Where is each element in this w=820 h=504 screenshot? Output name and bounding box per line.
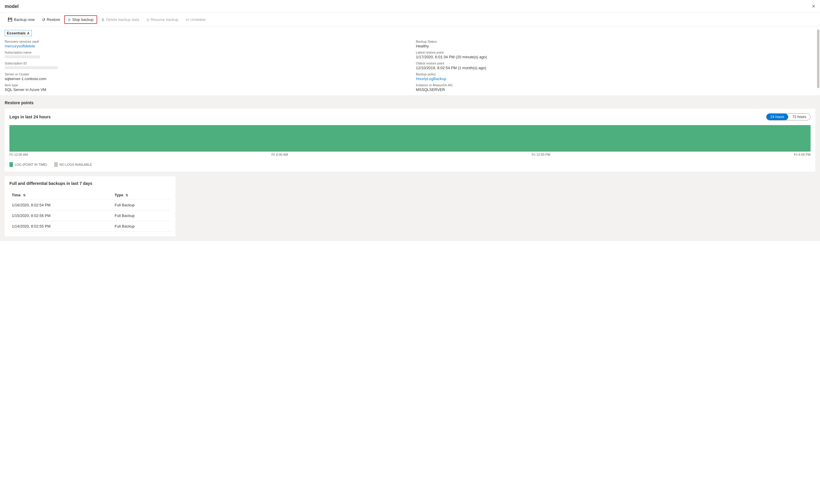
essentials-grid: Recovery services vault mercurysoftdelet… [5,40,815,92]
table-row: 1/15/2020, 8:02:56 PM Full Backup [9,210,171,221]
essentials-item: Latest restore point 1/17/2020, 6:01:34 … [416,51,816,59]
time-cell: 1/15/2020, 8:02:56 PM [9,210,112,221]
type-cell: Full Backup [112,210,171,221]
page-title: model [5,4,19,9]
legend-color-gray [54,162,58,167]
legend-color-green [9,162,13,167]
undelete-icon: 🗃 [185,18,189,22]
essentials-item: Instance or AlwaysOn AG MSSQLSERVER [416,83,816,92]
backups-table: Time ⇅ Type ⇅ 1/16/2020, 8:02:54 PM Full… [9,190,171,232]
essentials-item: Subscription ID [5,62,404,70]
subscription-name-placeholder [5,55,40,58]
72h-button[interactable]: 72 hours [788,114,810,120]
time-cell: 1/14/2020, 8:02:55 PM [9,221,112,232]
main-window: model × 💾 Backup now ↺ Restore ⊘ Stop ba… [0,0,820,504]
type-cell: Full Backup [112,221,171,232]
backup-policy-link[interactable]: HourlyLogBackup [416,77,446,81]
essentials-item: Item type SQL Server in Azure VM [5,83,404,92]
resume-backup-button[interactable]: ◎ Resume backup [143,16,181,23]
table-header-row: Time ⇅ Type ⇅ [9,190,171,200]
chart-axis: Fri 12:00 AM Fri 6:00 AM Fri 12:00 PM Fr… [9,153,811,156]
24h-button[interactable]: 24 hours [766,114,788,120]
backups-table-body: 1/16/2020, 8:02:54 PM Full Backup 1/15/2… [9,200,171,232]
essentials-item: Recovery services vault mercurysoftdelet… [5,40,404,48]
chart-card: Logs in last 24 hours 24 hours 72 hours … [5,109,815,172]
table-row: 1/16/2020, 8:02:54 PM Full Backup [9,200,171,210]
resume-icon: ◎ [146,18,149,22]
essentials-left: Recovery services vault mercurysoftdelet… [5,40,404,92]
time-column-header[interactable]: Time ⇅ [9,190,112,200]
restore-icon: ↺ [42,17,45,22]
legend-item-log: LOG (POINT IN TIME) [9,162,47,167]
title-bar: model × [0,0,820,13]
scrollbar[interactable] [817,29,819,88]
stop-icon: ⊘ [68,18,71,22]
backup-icon: 💾 [8,17,12,22]
time-cell: 1/16/2020, 8:02:54 PM [9,200,112,210]
restore-points-title: Restore points [5,100,815,105]
table-row: 1/14/2020, 8:02:55 PM Full Backup [9,221,171,232]
chart-bar [9,125,811,152]
delete-backup-data-button[interactable]: 🗑 Delete backup data [98,16,142,23]
essentials-item: Backup Status Healthy [416,40,816,48]
essentials-section: Essentials ∧ Recovery services vault mer… [0,26,820,96]
toolbar: 💾 Backup now ↺ Restore ⊘ Stop backup 🗑 D… [0,13,820,26]
essentials-item: Backup policy HourlyLogBackup [416,72,816,81]
time-toggle: 24 hours 72 hours [766,113,811,120]
backups-table-title: Full and differential backups in last 7 … [9,181,171,186]
vault-link[interactable]: mercurysoftdelete [5,44,35,48]
essentials-item: Subscription name [5,51,404,59]
legend-item-no-logs: NO LOGS AVAILABLE [54,162,92,167]
type-sort-icon: ⇅ [125,193,128,197]
backups-card: Full and differential backups in last 7 … [5,176,175,236]
essentials-header[interactable]: Essentials ∧ [5,30,32,36]
restore-button[interactable]: ↺ Restore [39,16,63,24]
chart-title: Logs in last 24 hours [9,115,51,119]
content-area: Restore points Logs in last 24 hours 24 … [0,96,820,241]
subscription-id-placeholder [5,66,58,69]
stop-backup-button[interactable]: ⊘ Stop backup [64,15,97,24]
essentials-right: Backup Status Healthy Latest restore poi… [416,40,816,92]
backup-now-button[interactable]: 💾 Backup now [5,16,38,23]
type-column-header[interactable]: Type ⇅ [112,190,171,200]
chart-legend: LOG (POINT IN TIME) NO LOGS AVAILABLE [9,160,811,167]
essentials-item: Oldest restore point 12/10/2019, 8:02:54… [416,62,816,70]
close-button[interactable]: × [812,3,815,10]
delete-icon: 🗑 [101,18,105,22]
type-cell: Full Backup [112,200,171,210]
undelete-button[interactable]: 🗃 Undelete [183,16,209,23]
essentials-item: Server or Cluster sqlserver-1.contoso.co… [5,72,404,81]
chart-header: Logs in last 24 hours 24 hours 72 hours [9,113,811,120]
time-sort-icon: ⇅ [23,193,26,197]
